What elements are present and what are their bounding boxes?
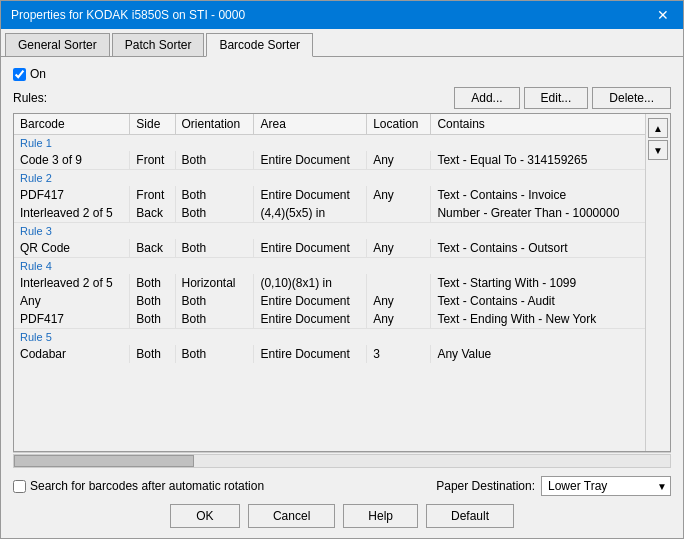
delete-button[interactable]: Delete...: [592, 87, 671, 109]
table-cell-location: Any: [367, 292, 431, 310]
table-cell-side: Both: [130, 292, 175, 310]
on-label: On: [30, 67, 46, 81]
table-cell-barcode: Interleaved 2 of 5: [14, 274, 130, 292]
rules-header: Rules: Add... Edit... Delete...: [13, 87, 671, 109]
tab-patch-sorter[interactable]: Patch Sorter: [112, 33, 205, 56]
paper-dest-label: Paper Destination:: [436, 479, 535, 493]
paper-dest-dropdown-wrapper: Lower Tray Upper Tray Reject Tray ▼: [541, 476, 671, 496]
table-cell-barcode: Any: [14, 292, 130, 310]
col-header-side: Side: [130, 114, 175, 135]
col-header-orientation: Orientation: [175, 114, 254, 135]
table-cell-orientation: Both: [175, 239, 254, 258]
table-cell-area: (0,10)(8x1) in: [254, 274, 367, 292]
on-checkbox[interactable]: [13, 68, 26, 81]
rule-header-row: Rule 3: [14, 223, 645, 240]
table-row[interactable]: CodabarBothBothEntire Document3Any Value: [14, 345, 645, 363]
table-cell-area: Entire Document: [254, 345, 367, 363]
rules-table: Barcode Side Orientation Area Location C…: [14, 114, 645, 363]
paper-destination-section: Paper Destination: Lower Tray Upper Tray…: [436, 476, 671, 496]
table-cell-area: Entire Document: [254, 186, 367, 204]
table-cell-area: Entire Document: [254, 310, 367, 329]
side-arrows: ▲ ▼: [645, 114, 670, 451]
table-cell-barcode: PDF417: [14, 186, 130, 204]
table-row[interactable]: Interleaved 2 of 5BothHorizontal(0,10)(8…: [14, 274, 645, 292]
table-row[interactable]: Code 3 of 9FrontBothEntire DocumentAnyTe…: [14, 151, 645, 170]
table-cell-contains: Number - Greater Than - 1000000: [431, 204, 645, 223]
scroll-down-button[interactable]: ▼: [648, 140, 668, 160]
table-cell-area: (4,4)(5x5) in: [254, 204, 367, 223]
table-cell-orientation: Both: [175, 292, 254, 310]
col-header-location: Location: [367, 114, 431, 135]
rule-header-row: Rule 2: [14, 170, 645, 187]
table-cell-location: Any: [367, 151, 431, 170]
table-row[interactable]: QR CodeBackBothEntire DocumentAnyText - …: [14, 239, 645, 258]
scroll-up-button[interactable]: ▲: [648, 118, 668, 138]
content-area: On Rules: Add... Edit... Delete... Barco…: [1, 57, 683, 538]
table-cell-barcode: QR Code: [14, 239, 130, 258]
rules-label: Rules:: [13, 91, 47, 105]
table-cell-barcode: Codabar: [14, 345, 130, 363]
col-header-area: Area: [254, 114, 367, 135]
table-cell-contains: Text - Contains - Outsort: [431, 239, 645, 258]
table-cell-side: Front: [130, 186, 175, 204]
table-cell-area: Entire Document: [254, 151, 367, 170]
table-cell-area: Entire Document: [254, 239, 367, 258]
window: Properties for KODAK i5850S on STI - 000…: [0, 0, 684, 539]
table-cell-contains: Text - Equal To - 314159265: [431, 151, 645, 170]
action-buttons: OK Cancel Help Default: [13, 504, 671, 528]
default-button[interactable]: Default: [426, 504, 514, 528]
table-cell-location: 3: [367, 345, 431, 363]
table-cell-side: Both: [130, 310, 175, 329]
cancel-button[interactable]: Cancel: [248, 504, 335, 528]
ok-button[interactable]: OK: [170, 504, 240, 528]
paper-dest-dropdown[interactable]: Lower Tray Upper Tray Reject Tray: [541, 476, 671, 496]
edit-button[interactable]: Edit...: [524, 87, 589, 109]
table-cell-barcode: PDF417: [14, 310, 130, 329]
table-cell-orientation: Both: [175, 204, 254, 223]
table-cell-location: Any: [367, 239, 431, 258]
rule-header-row: Rule 1: [14, 135, 645, 152]
table-cell-contains: Text - Ending With - New York: [431, 310, 645, 329]
horizontal-scrollbar[interactable]: [13, 452, 671, 468]
footer-row: Search for barcodes after automatic rota…: [13, 476, 671, 496]
table-cell-location: Any: [367, 310, 431, 329]
add-button[interactable]: Add...: [454, 87, 519, 109]
rules-table-container: Barcode Side Orientation Area Location C…: [13, 113, 671, 452]
tab-barcode-sorter[interactable]: Barcode Sorter: [206, 33, 313, 57]
table-cell-side: Back: [130, 204, 175, 223]
window-title: Properties for KODAK i5850S on STI - 000…: [11, 8, 245, 22]
table-row[interactable]: PDF417FrontBothEntire DocumentAnyText - …: [14, 186, 645, 204]
scrollbar-track[interactable]: [13, 454, 671, 468]
search-label: Search for barcodes after automatic rota…: [30, 479, 264, 493]
rules-button-group: Add... Edit... Delete...: [454, 87, 671, 109]
rule-header-row: Rule 5: [14, 329, 645, 346]
table-row[interactable]: PDF417BothBothEntire DocumentAnyText - E…: [14, 310, 645, 329]
col-header-barcode: Barcode: [14, 114, 130, 135]
tab-bar: General Sorter Patch Sorter Barcode Sort…: [1, 29, 683, 57]
table-cell-contains: Any Value: [431, 345, 645, 363]
title-bar: Properties for KODAK i5850S on STI - 000…: [1, 1, 683, 29]
on-row: On: [13, 67, 671, 81]
table-cell-orientation: Both: [175, 310, 254, 329]
table-cell-side: Front: [130, 151, 175, 170]
table-cell-orientation: Both: [175, 186, 254, 204]
col-header-contains: Contains: [431, 114, 645, 135]
help-button[interactable]: Help: [343, 504, 418, 528]
table-scroll[interactable]: Barcode Side Orientation Area Location C…: [14, 114, 645, 451]
scrollbar-thumb[interactable]: [14, 455, 194, 467]
tab-general-sorter[interactable]: General Sorter: [5, 33, 110, 56]
table-cell-side: Back: [130, 239, 175, 258]
rule-header-row: Rule 4: [14, 258, 645, 275]
search-checkbox[interactable]: [13, 480, 26, 493]
search-checkbox-label[interactable]: Search for barcodes after automatic rota…: [13, 479, 436, 493]
close-button[interactable]: ✕: [653, 7, 673, 23]
table-cell-side: Both: [130, 274, 175, 292]
table-row[interactable]: Interleaved 2 of 5BackBoth(4,4)(5x5) inN…: [14, 204, 645, 223]
table-cell-orientation: Both: [175, 151, 254, 170]
table-cell-barcode: Interleaved 2 of 5: [14, 204, 130, 223]
table-cell-location: [367, 204, 431, 223]
table-cell-barcode: Code 3 of 9: [14, 151, 130, 170]
table-cell-orientation: Horizontal: [175, 274, 254, 292]
table-cell-contains: Text - Contains - Invoice: [431, 186, 645, 204]
table-row[interactable]: AnyBothBothEntire DocumentAnyText - Cont…: [14, 292, 645, 310]
